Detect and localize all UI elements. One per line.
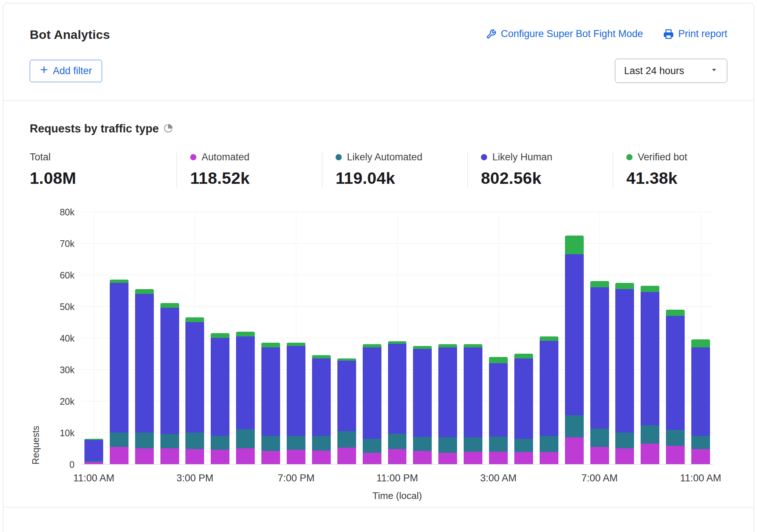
segment-likely-automated (261, 436, 280, 451)
plus-icon (40, 65, 48, 77)
stat-total-value: 1.08M (30, 169, 166, 188)
x-tick-label: 11:00 AM (680, 473, 721, 484)
add-filter-label: Add filter (53, 65, 92, 77)
stacked-bar-6[interactable] (236, 212, 255, 464)
stacked-bar-16[interactable] (489, 212, 508, 464)
pie-chart-icon (164, 124, 173, 134)
segment-automated (590, 447, 609, 464)
segment-verified-bot (160, 303, 179, 308)
likely-human-legend-dot (481, 154, 487, 160)
segment-verified-bot (641, 286, 659, 292)
stacked-bar-4[interactable] (185, 212, 204, 464)
stacked-bar-19[interactable] (565, 212, 584, 464)
segment-automated (160, 448, 179, 464)
segment-likely-human (84, 440, 103, 461)
segment-automated (287, 450, 305, 464)
stat-total: Total 1.08M (30, 152, 177, 188)
stacked-bar-0[interactable] (84, 212, 103, 464)
stacked-bar-5[interactable] (211, 212, 229, 464)
segment-likely-automated (565, 415, 584, 437)
segment-likely-human (565, 254, 584, 415)
filter-row: Add filter Last 24 hours (3, 42, 754, 83)
stacked-bar-9[interactable] (312, 212, 331, 464)
stacked-bar-21[interactable] (615, 212, 634, 464)
stacked-bar-7[interactable] (261, 212, 280, 464)
segment-likely-human (261, 347, 280, 436)
segment-automated (135, 448, 154, 464)
segment-likely-human (236, 336, 255, 430)
stacked-bar-3[interactable] (160, 212, 179, 464)
segment-verified-bot (438, 344, 457, 347)
segment-automated (565, 437, 584, 464)
chevron-down-icon (709, 65, 719, 77)
likely-automated-legend-dot (336, 154, 342, 160)
stacked-bar-23[interactable] (666, 212, 685, 464)
stacked-bar-24[interactable] (691, 212, 710, 464)
stacked-bar-22[interactable] (641, 212, 659, 464)
segment-automated (312, 451, 331, 464)
stacked-bar-10[interactable] (337, 212, 356, 464)
stacked-bar-12[interactable] (388, 212, 407, 464)
segment-likely-automated (160, 434, 179, 448)
stat-verified-bot[interactable]: Verified bot 41.38k (613, 152, 757, 188)
automated-legend-dot (190, 154, 196, 160)
section-title: Requests by traffic type (30, 122, 159, 135)
segment-verified-bot (691, 339, 710, 347)
header-links: Configure Super Bot Fight Mode Print rep… (486, 28, 727, 40)
segment-verified-bot (464, 344, 482, 347)
x-tick-label: 3:00 AM (480, 473, 517, 484)
y-tick-label: 20k (60, 397, 75, 406)
verified-bot-legend-dot (626, 154, 633, 160)
stacked-bar-11[interactable] (363, 212, 381, 464)
segment-likely-human (641, 292, 659, 425)
stacked-bar-20[interactable] (590, 212, 609, 464)
print-report-link[interactable]: Print report (663, 28, 727, 40)
segment-likely-human (110, 283, 128, 433)
stacked-bar-14[interactable] (438, 212, 457, 464)
segment-verified-bot (185, 317, 204, 322)
segment-automated (413, 451, 432, 464)
stacked-bar-1[interactable] (110, 212, 128, 464)
segment-likely-human (185, 322, 204, 433)
segment-automated (261, 451, 280, 464)
segment-likely-human (464, 347, 482, 437)
segment-likely-human (160, 308, 179, 434)
stacked-bar-18[interactable] (540, 212, 558, 464)
segment-verified-bot (413, 346, 432, 349)
segment-likely-human (135, 294, 154, 433)
segment-likely-automated (363, 439, 381, 453)
y-tick-label: 10k (60, 429, 75, 438)
stat-verified-bot-value: 41.38k (626, 169, 747, 188)
segment-likely-automated (135, 433, 154, 448)
stat-total-label: Total (30, 152, 51, 163)
x-tick-label: 7:00 AM (582, 473, 618, 484)
segment-automated (464, 452, 482, 464)
segment-verified-bot (110, 280, 128, 283)
segment-likely-automated (438, 437, 457, 453)
stat-likely-human[interactable]: Likely Human 802.56k (467, 152, 613, 188)
segment-automated (489, 452, 508, 464)
segment-likely-automated (388, 434, 407, 449)
add-filter-button[interactable]: Add filter (30, 60, 102, 82)
stat-likely-automated[interactable]: Likely Automated 119.04k (322, 152, 467, 188)
stat-likely-human-label: Likely Human (492, 152, 553, 163)
stacked-bar-15[interactable] (464, 212, 482, 464)
stat-automated[interactable]: Automated 118.52k (177, 152, 322, 188)
stat-verified-bot-label: Verified bot (638, 152, 687, 163)
segment-automated (185, 449, 204, 464)
time-range-dropdown[interactable]: Last 24 hours (615, 59, 727, 83)
segment-automated (691, 449, 710, 464)
segment-likely-automated (413, 437, 432, 451)
stacked-bar-8[interactable] (287, 212, 305, 464)
segment-automated (236, 448, 255, 464)
segment-likely-automated (464, 437, 482, 452)
stacked-bar-13[interactable] (413, 212, 432, 464)
stacked-bar-17[interactable] (514, 212, 533, 464)
stacked-bar-2[interactable] (135, 212, 154, 464)
configure-super-bot-fight-mode-link[interactable]: Configure Super Bot Fight Mode (486, 28, 643, 40)
segment-automated (540, 452, 558, 464)
bottom-divider (3, 507, 754, 507)
segment-verified-bot (388, 341, 407, 344)
segment-likely-automated (287, 436, 305, 450)
y-tick-label: 0 (69, 460, 75, 469)
